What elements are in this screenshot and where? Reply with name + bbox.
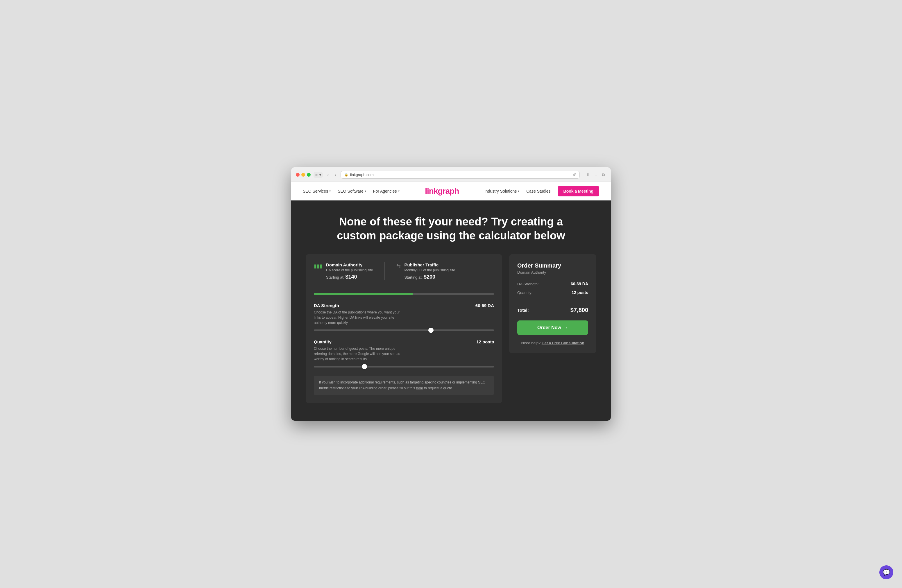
calculator-card: ▮▮▮ Domain Authority DA score of the pub…: [306, 254, 502, 403]
consultation-link[interactable]: Get a Free Consultation: [542, 341, 584, 345]
tab-pt-price: Starting at: $200: [404, 274, 455, 280]
address-bar[interactable]: 🔒 linkgraph.com ↺: [341, 171, 580, 179]
da-slider-track[interactable]: [314, 330, 494, 331]
tab-publisher-traffic[interactable]: ⇆ Publisher Traffic Monthly OT of the pu…: [396, 262, 455, 280]
forward-button[interactable]: ›: [333, 172, 337, 178]
bar-chart-icon: ▮▮▮: [314, 263, 323, 269]
da-strength-desc: Choose the DA of the publications where …: [314, 310, 407, 325]
reload-icon[interactable]: ↺: [573, 172, 576, 177]
quantity-desc: Choose the number of guest posts. The mo…: [314, 346, 407, 362]
new-tab-button[interactable]: +: [594, 172, 598, 178]
filter-tabs: ▮▮▮ Domain Authority DA score of the pub…: [314, 262, 494, 286]
browser-top-bar: ⊞ ▾ ‹ › 🔒 linkgraph.com ↺ ⬆ + ⧉: [296, 171, 606, 179]
nav-for-agencies[interactable]: For Agencies ▾: [373, 189, 399, 194]
maximize-traffic-light[interactable]: [307, 173, 311, 177]
total-value: $7,800: [570, 307, 588, 313]
logo-text: linkgraph: [425, 186, 459, 196]
quantity-value: 12 posts: [476, 339, 494, 344]
site-nav: SEO Services ▾ SEO Software ▾ For Agenci…: [291, 182, 611, 200]
quantity-slider-header: Quantity 12 posts: [314, 339, 494, 344]
tab-da-price: Starting at: $140: [326, 274, 373, 280]
da-strength-value: 60-69 DA: [475, 303, 494, 308]
calculator-layout: ▮▮▮ Domain Authority DA score of the pub…: [306, 254, 596, 403]
tab-pt-subtitle: Monthly OT of the publishing site: [404, 268, 455, 272]
order-summary-subtitle: Domain Authority: [517, 270, 588, 275]
tabs-button[interactable]: ⧉: [601, 172, 606, 178]
hero-title: None of these fit your need? Try creatin…: [335, 215, 567, 242]
arrow-icon: →: [564, 325, 568, 330]
close-traffic-light[interactable]: [296, 173, 300, 177]
tab-da-title: Domain Authority: [326, 262, 373, 267]
quantity-row: Quantity: 12 posts: [517, 290, 588, 295]
quantity-label: Quantity: [314, 339, 332, 344]
nav-industry-solutions[interactable]: Industry Solutions ▾: [484, 189, 519, 194]
da-strength-row: DA Strength: 60-69 DA: [517, 281, 588, 286]
main-content: None of these fit your need? Try creatin…: [291, 200, 611, 421]
chevron-icon: ▾: [365, 189, 366, 192]
grid-icon: ⊞: [315, 173, 318, 177]
nav-left: SEO Services ▾ SEO Software ▾ For Agenci…: [303, 189, 399, 194]
progress-track: [314, 293, 494, 295]
tab-da-content: Domain Authority DA score of the publish…: [326, 262, 373, 280]
note-text: If you wish to incorporate additional re…: [319, 380, 485, 390]
pt-price-value: $200: [424, 274, 435, 280]
progress-fill: [314, 293, 413, 295]
nav-seo-software[interactable]: SEO Software ▾: [338, 189, 366, 194]
da-strength-section: DA Strength 60-69 DA Choose the DA of th…: [314, 303, 494, 331]
book-meeting-button[interactable]: Book a Meeting: [557, 186, 599, 196]
quantity-row-value: 12 posts: [572, 290, 588, 295]
arrows-icon: ⇆: [396, 263, 401, 269]
share-button[interactable]: ⬆: [585, 172, 591, 178]
browser-actions: ⬆ + ⧉: [585, 172, 606, 178]
total-row: Total: $7,800: [517, 307, 588, 313]
tab-pt-content: Publisher Traffic Monthly OT of the publ…: [404, 262, 455, 280]
quantity-slider-track[interactable]: [314, 366, 494, 368]
chevron-icon: ▾: [518, 189, 519, 192]
traffic-lights: [296, 173, 311, 177]
chat-bubble[interactable]: 💬: [879, 565, 893, 579]
window-controls: ⊞ ▾: [313, 172, 323, 178]
help-text: Need help? Get a Free Consultation: [517, 341, 588, 345]
progress-section: [314, 293, 494, 295]
order-summary: Order Summary Domain Authority DA Streng…: [509, 254, 596, 353]
nav-seo-services[interactable]: SEO Services ▾: [303, 189, 331, 194]
browser-window: ⊞ ▾ ‹ › 🔒 linkgraph.com ↺ ⬆ + ⧉ SEO Serv…: [291, 167, 611, 421]
note-text-after: to request a quote.: [424, 386, 453, 390]
chevron-icon: ▾: [329, 189, 331, 192]
quantity-row-label: Quantity:: [517, 291, 532, 295]
tab-pt-title: Publisher Traffic: [404, 262, 455, 267]
chevron-down-icon: ▾: [319, 173, 321, 177]
da-strength-label: DA Strength: [314, 303, 339, 308]
order-now-button[interactable]: Order Now →: [517, 321, 588, 335]
url-text: linkgraph.com: [350, 172, 374, 177]
nav-right: Industry Solutions ▾ Case Studies Book a…: [484, 186, 599, 196]
nav-logo[interactable]: linkgraph: [399, 186, 484, 196]
da-slider-header: DA Strength 60-69 DA: [314, 303, 494, 308]
chat-icon: 💬: [883, 569, 890, 576]
order-summary-title: Order Summary: [517, 262, 588, 269]
da-strength-row-label: DA Strength:: [517, 282, 539, 286]
minimize-traffic-light[interactable]: [301, 173, 305, 177]
quantity-slider-thumb[interactable]: [362, 364, 367, 369]
lock-icon: 🔒: [345, 173, 348, 177]
note-box: If you wish to incorporate additional re…: [314, 375, 494, 395]
browser-chrome: ⊞ ▾ ‹ › 🔒 linkgraph.com ↺ ⬆ + ⧉: [291, 167, 611, 182]
total-label: Total:: [517, 308, 529, 313]
note-form-link[interactable]: form: [416, 386, 423, 390]
quantity-section: Quantity 12 posts Choose the number of g…: [314, 339, 494, 368]
da-slider-thumb[interactable]: [428, 328, 434, 333]
da-price-value: $140: [346, 274, 357, 280]
tab-divider: [384, 262, 385, 280]
nav-case-studies[interactable]: Case Studies: [526, 189, 550, 194]
tab-da-subtitle: DA score of the publishing site: [326, 268, 373, 272]
tab-domain-authority[interactable]: ▮▮▮ Domain Authority DA score of the pub…: [314, 262, 373, 280]
da-strength-row-value: 60-69 DA: [571, 281, 588, 286]
back-button[interactable]: ‹: [326, 172, 330, 178]
